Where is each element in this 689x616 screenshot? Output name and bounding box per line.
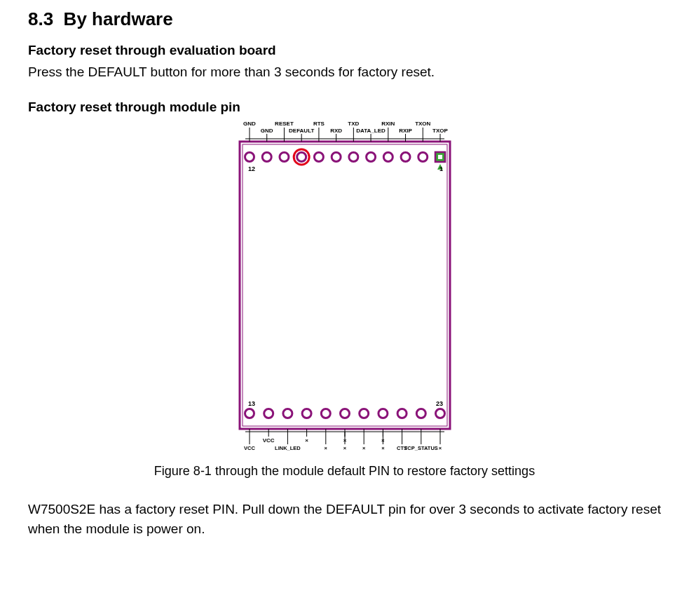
svg-point-12 xyxy=(332,152,341,161)
subsection-1-title: Factory reset through evaluation board xyxy=(28,43,661,58)
svg-point-70 xyxy=(378,409,387,418)
svg-text:12: 12 xyxy=(248,165,255,172)
svg-point-2 xyxy=(245,152,254,161)
svg-text:RTS: RTS xyxy=(313,121,325,127)
svg-point-20 xyxy=(401,152,410,161)
svg-point-60 xyxy=(282,409,292,418)
svg-point-14 xyxy=(348,152,357,161)
svg-text:23: 23 xyxy=(435,400,442,407)
svg-point-4 xyxy=(262,152,271,161)
svg-text:×: × xyxy=(324,445,327,451)
svg-point-18 xyxy=(383,152,393,161)
svg-point-62 xyxy=(302,409,311,418)
svg-text:TXON: TXON xyxy=(415,121,430,127)
subsection-2-title: Factory reset through module pin xyxy=(28,100,661,115)
svg-point-58 xyxy=(264,409,273,418)
svg-text:13: 13 xyxy=(248,400,255,407)
svg-point-68 xyxy=(359,409,368,418)
svg-text:×: × xyxy=(438,445,442,451)
svg-text:RESET: RESET xyxy=(275,121,294,127)
svg-rect-1 xyxy=(243,144,447,426)
figure-container: 121GNDRESETRTSTXDRXINTXONGNDDEFAULTRXDDA… xyxy=(28,119,661,479)
section-title-text: By hardware xyxy=(64,8,173,29)
svg-text:VCC: VCC xyxy=(244,445,255,451)
svg-text:TXOP: TXOP xyxy=(432,128,448,134)
svg-text:×: × xyxy=(381,445,385,451)
subsection-1-body: Press the DEFAULT button for more than 3… xyxy=(28,62,661,83)
svg-point-6 xyxy=(279,152,288,161)
svg-text:×: × xyxy=(305,437,308,444)
svg-text:LINK_LED: LINK_LED xyxy=(275,445,301,451)
svg-rect-0 xyxy=(240,142,450,429)
svg-point-74 xyxy=(416,409,425,418)
svg-point-8 xyxy=(296,152,306,161)
svg-text:1: 1 xyxy=(439,165,442,172)
section-number: 8.3 xyxy=(28,8,53,29)
svg-text:RXIN: RXIN xyxy=(381,121,395,127)
svg-point-66 xyxy=(340,409,349,418)
svg-rect-25 xyxy=(438,155,442,159)
module-pinout-diagram: 121GNDRESETRTSTXDRXINTXONGNDDEFAULTRXDDA… xyxy=(226,119,464,456)
svg-text:×: × xyxy=(362,445,366,451)
svg-point-10 xyxy=(314,152,323,161)
svg-point-16 xyxy=(366,152,375,161)
svg-text:VCC: VCC xyxy=(262,437,274,444)
section-heading: 8.3 By hardware xyxy=(28,8,661,30)
svg-text:RXIP: RXIP xyxy=(399,128,412,134)
svg-point-72 xyxy=(397,409,407,418)
figure-caption: Figure 8-1 through the module default PI… xyxy=(154,464,535,479)
svg-point-22 xyxy=(418,152,427,161)
svg-text:GND: GND xyxy=(260,128,273,134)
svg-text:×: × xyxy=(343,445,346,451)
final-paragraph: W7500S2E has a factory reset PIN. Pull d… xyxy=(28,500,661,540)
svg-text:TXD: TXD xyxy=(348,121,359,127)
svg-point-56 xyxy=(245,409,254,418)
svg-text:TCP_STATUS: TCP_STATUS xyxy=(404,445,437,451)
svg-point-64 xyxy=(321,409,330,418)
svg-text:DEFAULT: DEFAULT xyxy=(289,128,314,134)
svg-point-76 xyxy=(435,409,444,418)
svg-text:RXD: RXD xyxy=(330,128,342,134)
svg-text:DATA_LED: DATA_LED xyxy=(356,128,386,134)
svg-text:GND: GND xyxy=(243,121,256,127)
